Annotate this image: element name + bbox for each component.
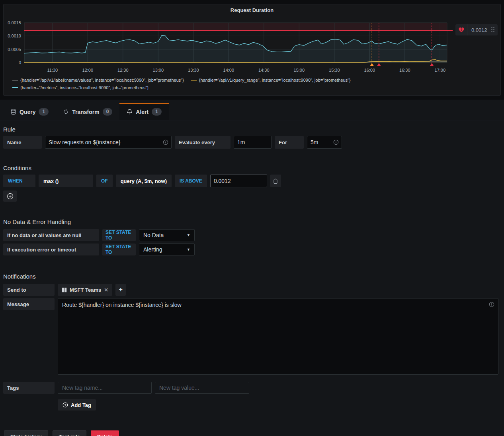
- legend-color-dash: [191, 80, 197, 81]
- no-data-label: If no data or all values are null: [3, 229, 99, 241]
- for-input[interactable]: [307, 136, 342, 149]
- threshold-value: 0.0012: [467, 27, 491, 33]
- tab-count-badge: 1: [39, 108, 49, 116]
- tag-value-input[interactable]: [155, 382, 249, 394]
- tab-query[interactable]: Query 1: [3, 103, 56, 120]
- evaluate-every-label: Evaluate every: [175, 136, 231, 149]
- legend-label: {handler="/api/v1/label/:name/values", i…: [20, 78, 184, 82]
- alert-form: Rule Name Evaluate every For Conditions …: [0, 126, 504, 436]
- msteams-icon: [62, 287, 67, 293]
- notifications-heading: Notifications: [3, 273, 501, 280]
- dashboard-area: Request Duration 00.00050.00100.001511:3…: [0, 0, 504, 100]
- legend-label: {handler="/metrics", instance="localhost…: [20, 85, 148, 90]
- add-channel-button[interactable]: +: [115, 284, 126, 296]
- legend-item[interactable]: {handler="/api/v1/label/:name/values", i…: [12, 78, 184, 82]
- svg-text:12:30: 12:30: [117, 68, 129, 73]
- svg-text:16:30: 16:30: [399, 68, 410, 73]
- set-state-to: SET STATE TO: [102, 244, 136, 255]
- tab-alert[interactable]: Alert 1: [119, 103, 169, 120]
- svg-text:12:00: 12:00: [82, 68, 94, 73]
- panel-editor-tabs: Query 1 Transform 0 Alert 1: [0, 100, 504, 120]
- tab-label: Transform: [72, 109, 99, 115]
- timeseries-chart[interactable]: 00.00050.00100.001511:3012:0012:3013:001…: [4, 19, 500, 75]
- svg-text:15:00: 15:00: [294, 68, 305, 73]
- exec-error-label: If execution error or timeout: [3, 244, 99, 255]
- tab-count-badge: 0: [103, 108, 113, 116]
- condition-aggregation[interactable]: max (): [39, 175, 93, 187]
- info-icon: [489, 302, 494, 307]
- rule-name-input[interactable]: [45, 136, 172, 149]
- graph-panel: Request Duration 00.00050.00100.001511:3…: [3, 4, 501, 96]
- svg-text:11:30: 11:30: [47, 68, 58, 73]
- set-state-to: SET STATE TO: [102, 229, 136, 241]
- circle-plus-icon: [63, 402, 68, 408]
- chevron-down-icon: ▼: [187, 247, 190, 251]
- condition-query-part[interactable]: query (A, 5m, now): [116, 175, 172, 187]
- send-to-label: Send to: [3, 284, 55, 296]
- selected-option: Alerting: [143, 246, 162, 253]
- exec-error-select[interactable]: Alerting ▼: [139, 244, 195, 255]
- panel-title[interactable]: Request Duration: [4, 7, 500, 13]
- bell-icon: [127, 109, 133, 115]
- condition-threshold-input[interactable]: [210, 175, 267, 187]
- legend-label: {handler="/api/v1/query_range", instance…: [199, 78, 351, 82]
- heart-break-icon: [455, 24, 467, 35]
- svg-text:0: 0: [19, 60, 21, 65]
- add-tag-label: Add Tag: [71, 402, 91, 408]
- message-label: Message: [3, 298, 55, 310]
- condition-of[interactable]: OF: [96, 175, 113, 187]
- tab-count-badge: 1: [152, 108, 162, 116]
- legend-item[interactable]: {handler="/metrics", instance="localhost…: [12, 85, 148, 90]
- evaluate-every-input[interactable]: [234, 136, 272, 149]
- tab-transform[interactable]: Transform 0: [56, 103, 119, 120]
- svg-text:14:00: 14:00: [223, 68, 234, 73]
- tag-name-input[interactable]: [58, 382, 152, 394]
- drag-dots-icon: [491, 27, 495, 33]
- svg-text:14:30: 14:30: [258, 68, 270, 73]
- add-tag-button[interactable]: Add Tag: [58, 399, 96, 410]
- database-icon: [10, 109, 16, 115]
- svg-text:0.0010: 0.0010: [8, 33, 21, 38]
- add-condition-button[interactable]: [3, 191, 17, 202]
- condition-operator[interactable]: IS ABOVE: [175, 175, 207, 187]
- svg-text:13:00: 13:00: [153, 68, 164, 73]
- no-data-heading: No Data & Error Handling: [3, 218, 501, 225]
- notification-channel-chip: MSFT Teams ✕: [58, 284, 112, 296]
- remove-channel-icon[interactable]: ✕: [104, 287, 108, 293]
- chevron-down-icon: ▼: [187, 233, 190, 237]
- channel-name: MSFT Teams: [70, 287, 101, 293]
- circle-plus-icon: [7, 193, 14, 200]
- test-rule-button[interactable]: Test rule: [53, 430, 86, 436]
- tab-label: Query: [20, 109, 35, 115]
- conditions-heading: Conditions: [3, 165, 501, 171]
- threshold-drag-handle[interactable]: 0.0012: [455, 24, 498, 35]
- delete-button[interactable]: Delete: [91, 430, 119, 436]
- selected-option: No Data: [143, 232, 164, 238]
- trash-icon: [273, 178, 278, 184]
- tab-label: Alert: [136, 109, 148, 115]
- svg-text:17:00: 17:00: [435, 68, 446, 73]
- legend-color-dash: [12, 80, 18, 81]
- delete-condition-button[interactable]: [270, 175, 281, 187]
- for-label: For: [275, 136, 304, 149]
- name-label: Name: [3, 136, 42, 149]
- state-history-button[interactable]: State history: [4, 430, 48, 436]
- message-textarea[interactable]: Route ${handler} on instance ${instance}…: [58, 298, 498, 375]
- svg-text:0.0015: 0.0015: [8, 20, 21, 25]
- svg-text:0.0005: 0.0005: [8, 47, 21, 52]
- svg-text:15:30: 15:30: [329, 68, 340, 73]
- no-data-select[interactable]: No Data ▼: [139, 229, 195, 241]
- tags-label: Tags: [3, 382, 55, 394]
- condition-when[interactable]: WHEN: [3, 175, 35, 187]
- rule-heading: Rule: [3, 126, 501, 133]
- legend-item[interactable]: {handler="/api/v1/query_range", instance…: [191, 78, 351, 82]
- svg-text:16:00: 16:00: [364, 68, 375, 73]
- svg-text:13:30: 13:30: [188, 68, 199, 73]
- chart-legend: {handler="/api/v1/label/:name/values", i…: [12, 78, 351, 93]
- transform-icon: [63, 109, 69, 115]
- legend-color-dash: [12, 87, 18, 88]
